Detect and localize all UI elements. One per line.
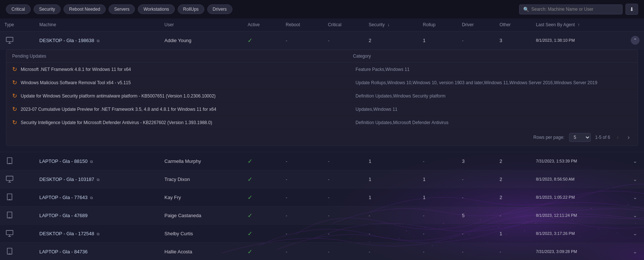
svg-rect-33: [6, 37, 13, 42]
panel-pagination: Rows per page:51025501001-5 of 6‹›: [6, 129, 638, 146]
other-value: 2: [500, 158, 502, 164]
prev-page-button[interactable]: ‹: [614, 133, 621, 141]
security-value: 1: [369, 177, 371, 182]
cell-critical: -: [323, 31, 364, 49]
external-link-icon[interactable]: ⧉: [90, 160, 93, 164]
col-header-driver[interactable]: Driver: [457, 18, 495, 31]
update-item: ↻Security Intelligence Update for Micros…: [6, 116, 638, 129]
cell-active: ✓: [243, 206, 281, 225]
cell-machine[interactable]: LAPTOP - Gla - 47689: [35, 206, 160, 225]
svg-rect-43: [7, 212, 12, 218]
search-input[interactable]: [531, 7, 619, 12]
machine-name: DESKTOP - Gla - 103187: [40, 177, 94, 182]
cell-machine[interactable]: DESKTOP - Gla - 172548 ⧉: [35, 225, 160, 243]
last-seen-value: 7/31/2023, 1:53:39 PM: [536, 159, 577, 163]
search-icon: 🔍: [523, 7, 529, 12]
desktop-icon: [4, 228, 15, 239]
cell-reboot: -: [281, 225, 323, 243]
cell-machine[interactable]: LAPTOP - Gla - 88150 ⧉: [35, 152, 160, 170]
cell-driver: -: [457, 225, 495, 243]
cell-security: 1: [364, 170, 419, 188]
expand-button[interactable]: ⌄: [631, 175, 640, 183]
refresh-icon: ↻: [12, 119, 17, 126]
cell-active: ✓: [243, 170, 281, 188]
expanded-panel-cell: Pending UpdatesCategory↻Microsoft .NET F…: [0, 49, 644, 152]
cell-machine[interactable]: DESKTOP - Gla - 198638 ⧉: [35, 31, 160, 49]
cell-user: Carmella Murphy: [160, 152, 243, 170]
external-link-icon[interactable]: ⧉: [90, 196, 93, 200]
external-link-icon[interactable]: ⧉: [97, 178, 99, 182]
expand-button[interactable]: ⌄: [631, 212, 640, 219]
col-header-security[interactable]: Security ↓: [364, 18, 419, 31]
refresh-icon: ↻: [12, 92, 17, 99]
table-container: TypeMachineUserActiveRebootCriticalSecur…: [0, 18, 644, 260]
col-header-rollup[interactable]: Rollup: [419, 18, 458, 31]
expand-button[interactable]: ⌄: [631, 194, 640, 201]
cell-reboot: -: [281, 170, 323, 188]
external-link-icon[interactable]: ⧉: [97, 232, 99, 236]
cell-machine[interactable]: LAPTOP - Gla - 84736: [35, 243, 160, 260]
dash-value: -: [286, 213, 287, 218]
cell-security: -: [364, 225, 419, 243]
sort-desc-icon: ↓: [387, 22, 389, 27]
laptop-icon: [4, 210, 15, 220]
expand-button[interactable]: ⌄: [631, 230, 640, 237]
filter-critical[interactable]: Critical: [6, 4, 31, 14]
active-check: ✓: [248, 176, 252, 182]
cell-rollup: 1: [419, 188, 458, 206]
cell-driver: 5: [457, 206, 495, 225]
panel-header: Pending UpdatesCategory: [6, 50, 638, 63]
download-button[interactable]: ⬇: [626, 4, 638, 15]
panel-col-category-label: Category: [353, 54, 632, 59]
col-header-critical[interactable]: Critical: [323, 18, 364, 31]
update-item: ↻Microsoft .NET Framework 4.8.1 for Wind…: [6, 63, 638, 76]
col-header-type[interactable]: Type: [0, 18, 35, 31]
col-header-other[interactable]: Other: [495, 18, 531, 31]
update-name: Microsoft .NET Framework 4.8.1 for Windo…: [21, 67, 352, 72]
cell-reboot: -: [281, 152, 323, 170]
col-header-active[interactable]: Active: [243, 18, 281, 31]
col-header-machine[interactable]: Machine: [35, 18, 160, 31]
cell-security: -: [364, 243, 419, 260]
filter-drivers[interactable]: Drivers: [207, 4, 232, 14]
next-page-button[interactable]: ›: [626, 133, 632, 141]
dash-value: -: [328, 195, 329, 200]
external-link-icon[interactable]: ⧉: [97, 39, 99, 43]
cell-last_seen: 8/1/2023, 12:11:24 PM⌄: [531, 206, 644, 225]
col-header-reboot[interactable]: Reboot: [281, 18, 323, 31]
other-value: 3: [500, 38, 502, 43]
search-container[interactable]: 🔍: [519, 4, 623, 14]
update-item: ↻Windows Malicious Software Removal Tool…: [6, 76, 638, 89]
cell-type: [0, 206, 35, 225]
machine-name: LAPTOP - Gla - 47689: [40, 213, 88, 218]
driver-value: 3: [462, 158, 464, 164]
cell-machine[interactable]: LAPTOP - Gla - 77643 ⧉: [35, 188, 160, 206]
dash-value: -: [423, 213, 425, 218]
cell-machine[interactable]: DESKTOP - Gla - 103187 ⧉: [35, 170, 160, 188]
dash-value: -: [286, 158, 287, 164]
cell-reboot: -: [281, 206, 323, 225]
filter-workstations[interactable]: Workstations: [138, 4, 174, 14]
collapse-button[interactable]: ⌃: [631, 36, 640, 45]
cell-other: -: [495, 243, 531, 260]
cell-rollup: -: [419, 243, 458, 260]
cell-active: ✓: [243, 188, 281, 206]
update-item: ↻2023-07 Cumulative Update Preview for .…: [6, 103, 638, 116]
cell-other: 2: [495, 152, 531, 170]
active-check: ✓: [248, 37, 252, 44]
rows-per-page-select[interactable]: 5102550100: [569, 133, 591, 142]
filter-rollups[interactable]: RollUps: [178, 4, 204, 14]
col-header-user[interactable]: User: [160, 18, 243, 31]
dash-value: -: [328, 158, 329, 164]
col-header-last_seen[interactable]: Last Seen By Agent ↑: [531, 18, 644, 31]
expand-button[interactable]: ⌄: [631, 157, 640, 165]
filter-servers[interactable]: Servers: [109, 4, 135, 14]
dash-value: -: [286, 177, 287, 182]
expand-button[interactable]: ⌄: [631, 248, 640, 255]
table-body: DESKTOP - Gla - 198638 ⧉Addie Young✓--21…: [0, 31, 644, 260]
filter-reboot[interactable]: Reboot Needed: [64, 4, 106, 14]
filter-security[interactable]: Security: [34, 4, 61, 14]
cell-reboot: -: [281, 243, 323, 260]
machine-name: DESKTOP - Gla - 172548: [40, 231, 94, 236]
update-category: Definition Updates,Windows Security plat…: [355, 93, 632, 99]
